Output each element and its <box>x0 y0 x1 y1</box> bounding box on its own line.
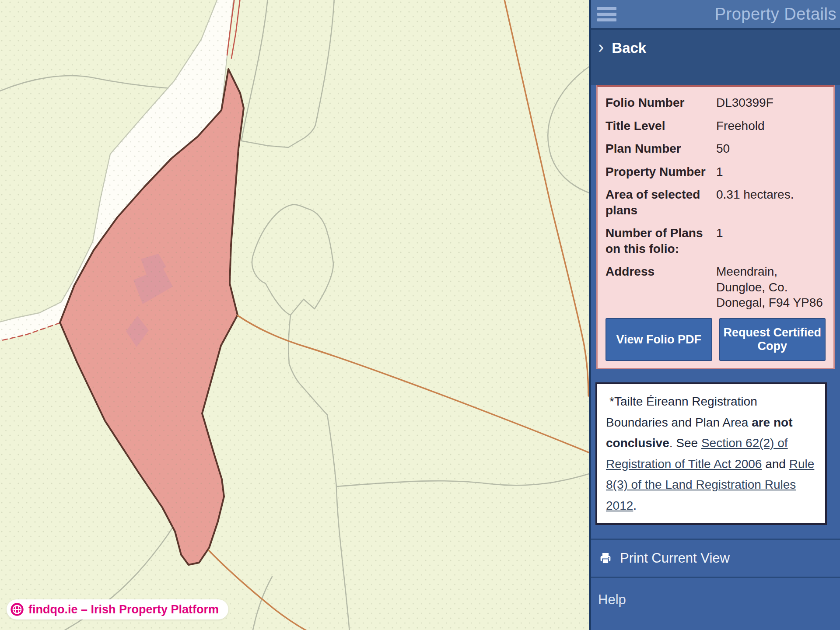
map-canvas[interactable] <box>0 0 589 630</box>
disclaimer-see: . See <box>669 436 701 450</box>
menu-icon[interactable] <box>597 7 616 21</box>
panel-actions: View Folio PDF Request Certified Copy <box>606 318 826 361</box>
page-title: Property Details <box>616 5 840 24</box>
help-label: Help <box>598 592 626 607</box>
sidebar-header: Property Details <box>591 0 840 28</box>
detail-row-plan-count: Number of Plans on this folio: 1 <box>606 225 826 256</box>
view-folio-pdf-button[interactable]: View Folio PDF <box>606 318 712 361</box>
back-label: Back <box>612 40 646 56</box>
request-certified-copy-button[interactable]: Request Certified Copy <box>719 318 826 361</box>
printer-icon <box>598 551 613 566</box>
disclaimer-period: . <box>633 499 637 512</box>
print-label: Print Current View <box>620 550 730 566</box>
disclaimer-prefix: *Tailte Éireann Registration Boundaries … <box>606 395 757 429</box>
back-section: › Back <box>591 28 840 85</box>
badge-text: findqo.ie – Irish Property Platform <box>28 603 219 616</box>
chevron-right-icon: › <box>598 38 604 56</box>
detail-row-area: Area of selected plans 0.31 hectares. <box>606 187 826 218</box>
disclaimer-and: and <box>762 457 789 471</box>
help-button[interactable]: Help <box>591 578 840 608</box>
detail-row-property-number: Property Number 1 <box>606 164 826 180</box>
detail-row-folio-number: Folio Number DL30399F <box>606 95 826 111</box>
property-details-sidebar: Property Details › Back Folio Number DL3… <box>589 0 840 630</box>
boundaries-disclaimer: *Tailte Éireann Registration Boundaries … <box>595 382 827 525</box>
print-current-view-button[interactable]: Print Current View <box>591 539 840 578</box>
back-button[interactable]: › Back <box>591 30 840 66</box>
map-texture <box>0 0 589 630</box>
globe-icon <box>10 602 24 616</box>
app-window: Property Details › Back Folio Number DL3… <box>0 0 840 630</box>
detail-row-plan-number: Plan Number 50 <box>606 141 826 157</box>
findqo-badge[interactable]: findqo.ie – Irish Property Platform <box>7 599 228 620</box>
detail-row-address: Address Meendrain, Dungloe, Co. Donegal,… <box>606 264 826 311</box>
detail-row-title-level: Title Level Freehold <box>606 118 826 134</box>
folio-details-panel: Folio Number DL30399F Title Level Freeho… <box>596 85 835 369</box>
